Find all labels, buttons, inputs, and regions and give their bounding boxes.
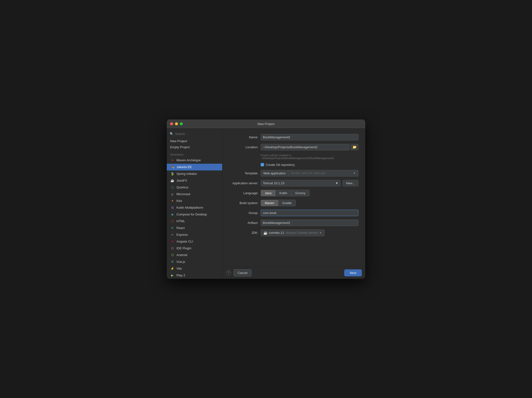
language-row: Language: Java Kotlin Groovy (229, 190, 358, 196)
app-server-chevron: ▼ (335, 181, 338, 185)
checkbox-indicator: ✓ (261, 163, 264, 166)
sidebar-item-play2[interactable]: ▶ Play 2 (167, 272, 222, 279)
sidebar-item-angular-cli[interactable]: A Angular CLI (167, 238, 222, 245)
language-groovy-button[interactable]: Groovy (291, 190, 309, 196)
build-maven-button[interactable]: Maven (261, 200, 278, 206)
language-label: Language: (229, 191, 258, 195)
sidebar-item-label: Play 2 (176, 273, 185, 277)
location-hint-row: Project will be created in: ~/Desktop/Pr… (229, 154, 358, 160)
sidebar-item-label: Maven Archetype (176, 158, 201, 162)
location-input[interactable] (261, 144, 350, 150)
minimize-button[interactable] (175, 122, 178, 125)
sidebar-item-label: IDE Plugin (176, 246, 191, 250)
name-input[interactable] (261, 134, 358, 140)
create-git-label: Create Git repository (266, 163, 295, 167)
new-project-dialog: New Project 🔍 New Project Empty Project … (167, 119, 365, 279)
sidebar-item-new-project[interactable]: New Project (167, 138, 222, 144)
template-hint-text: Servlet, web.xml, index.jsp (291, 171, 325, 175)
android-icon: ⌬ (170, 253, 175, 257)
sidebar-item-micronaut[interactable]: μ Micronaut (167, 191, 222, 198)
sidebar-item-compose-desktop[interactable]: ◈ Compose for Desktop (167, 211, 222, 218)
name-label: Name: (229, 135, 258, 139)
sidebar-item-maven-archetype[interactable]: m Maven Archetype (167, 157, 222, 164)
language-toggle-group: Java Kotlin Groovy (261, 190, 310, 196)
bottom-bar: ? Cancel Next (222, 267, 365, 279)
search-input[interactable] (175, 132, 219, 136)
browse-folder-button[interactable]: 📁 (350, 144, 358, 150)
sidebar-item-label: Quarkus (176, 185, 188, 189)
artifact-input[interactable] (261, 220, 358, 226)
build-system-label: Build system: (229, 201, 258, 205)
spring-initializr-icon: 🍃 (170, 172, 175, 176)
quarkus-icon: ⬡ (170, 185, 175, 190)
sidebar-item-android[interactable]: ⌬ Android (167, 252, 222, 258)
sidebar-item-html[interactable]: ⬡ HTML (167, 218, 222, 225)
compose-icon: ◈ (170, 212, 175, 217)
maximize-button[interactable] (180, 122, 183, 125)
play2-icon: ▶ (170, 273, 175, 278)
location-input-wrap: 📁 (261, 144, 358, 150)
template-label: Template: (229, 171, 258, 175)
sidebar-item-label: Kotlin Multiplatform (176, 206, 203, 209)
jdk-version: corretto-11 (269, 231, 284, 235)
sidebar-item-jakarta-ee[interactable]: 🪶 Jakarta EE (167, 164, 222, 170)
cancel-button[interactable]: Cancel (234, 269, 251, 276)
app-server-row: Application server: Tomcat 10.1.23 ▼ New… (229, 180, 358, 186)
micronaut-icon: μ (170, 192, 175, 196)
language-kotlin-button[interactable]: Kotlin (275, 190, 291, 196)
sidebar-item-label: HTML (176, 219, 185, 223)
sidebar-item-empty-project[interactable]: Empty Project (167, 144, 222, 150)
template-select[interactable]: Web application Servlet, web.xml, index.… (261, 170, 358, 177)
sidebar-item-kotlin-multiplatform[interactable]: ⧉ Kotlin Multiplatform (167, 204, 222, 211)
sidebar-item-vite[interactable]: ⚡ Vite (167, 265, 222, 272)
jdk-label: JDK: (229, 231, 258, 235)
search-bar[interactable]: 🔍 (167, 131, 222, 138)
sidebar-item-label: Vite (176, 267, 182, 270)
build-gradle-button[interactable]: Gradle (278, 200, 296, 206)
sidebar: 🔍 New Project Empty Project Generators m… (167, 129, 222, 279)
sidebar-item-quarkus[interactable]: ⬡ Quarkus (167, 184, 222, 191)
dialog-body: 🔍 New Project Empty Project Generators m… (167, 129, 365, 279)
ktor-icon: ✦ (170, 199, 175, 203)
sidebar-item-spring-initializr[interactable]: 🍃 Spring Initializr (167, 170, 222, 177)
sidebar-item-label: Angular CLI (176, 240, 193, 243)
angular-icon: A (170, 239, 175, 244)
help-button[interactable]: ? (226, 270, 231, 275)
sidebar-item-express[interactable]: ex Express (167, 231, 222, 238)
express-icon: ex (170, 233, 175, 237)
sidebar-item-vue-js[interactable]: V Vue.js (167, 258, 222, 265)
javafx-icon: ☕ (170, 178, 175, 183)
sidebar-item-react[interactable]: ⚛ React (167, 225, 222, 231)
group-label: Group: (229, 211, 258, 215)
create-git-checkbox[interactable]: ✓ Create Git repository (261, 163, 295, 167)
close-button[interactable] (170, 122, 173, 125)
sidebar-item-ide-plugin[interactable]: ⊡ IDE Plugin (167, 245, 222, 252)
next-button[interactable]: Next (344, 269, 362, 276)
maven-archetype-icon: m (170, 158, 175, 162)
sidebar-item-javafx[interactable]: ☕ JavaFX (167, 177, 222, 184)
location-row: Location: 📁 (229, 144, 358, 150)
group-input[interactable] (261, 210, 358, 216)
top-items: New Project Empty Project (167, 138, 222, 152)
artifact-label: Artifact: (229, 221, 258, 225)
window-title: New Project (258, 122, 274, 126)
template-hint-area: Servlet, web.xml, index.jsp ▼ (288, 170, 358, 176)
name-row: Name: (229, 134, 358, 140)
app-server-value: Tomcat 10.1.23 (263, 181, 284, 185)
jdk-row: JDK: ☕ corretto-11 Amazon Corretto versi… (229, 229, 358, 236)
language-java-button[interactable]: Java (261, 190, 275, 196)
sidebar-item-label: Jakarta EE (176, 165, 192, 169)
location-label: Location: (229, 145, 258, 149)
artifact-row: Artifact: (229, 220, 358, 226)
sidebar-item-label: Compose for Desktop (176, 213, 207, 216)
git-checkbox-row: ✓ Create Git repository (229, 163, 358, 167)
new-server-button[interactable]: New... (342, 180, 358, 186)
app-server-select[interactable]: Tomcat 10.1.23 ▼ (261, 180, 341, 186)
jdk-icon: ☕ (263, 231, 267, 235)
template-row: Template: Web application Servlet, web.x… (229, 170, 358, 177)
main-content: Name: Location: 📁 Project will be create… (222, 129, 365, 267)
sidebar-item-ktor[interactable]: ✦ Ktor (167, 198, 222, 204)
chevron-down-icon: ▼ (353, 172, 356, 175)
jdk-select[interactable]: ☕ corretto-11 Amazon Corretto version ▼ (261, 229, 325, 236)
react-icon: ⚛ (170, 226, 175, 230)
